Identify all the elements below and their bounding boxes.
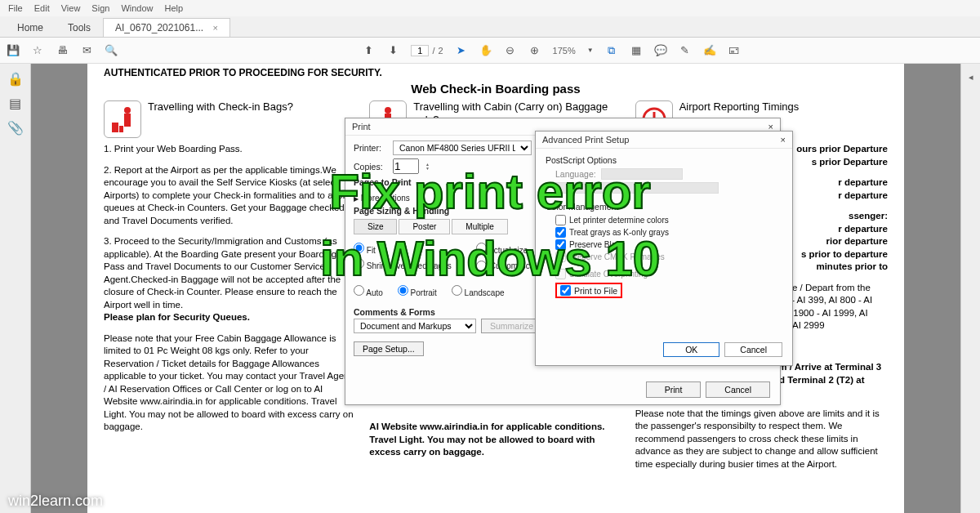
page-title: Web Check-in Boarding pass [104,82,888,96]
print-to-file-checkbox[interactable] [560,285,571,296]
col3-p4: Please note that the timings given above… [635,408,888,471]
auth-notice: AUTHENTICATED PRIOR TO PROCEEDING FOR SE… [104,67,888,78]
poster-tab-button[interactable]: Poster [399,219,450,234]
col1-p4: Please note that your Free Cabin Baggage… [104,332,356,434]
simulate-overprint-checkbox [555,269,566,279]
more-options-toggle[interactable]: More Options [361,194,410,203]
comments-forms-select[interactable]: Document and Markups [354,319,476,333]
shrink-radio[interactable] [354,258,364,269]
zoom-level[interactable]: 175% [553,46,576,56]
column-checkin-bags: Travelling with Check-in Bags? 1. Print … [104,100,356,479]
tab-document[interactable]: AI_0670_2021061... × [103,18,230,37]
orient-auto-radio[interactable] [354,285,364,296]
col2-p1: AI Website www.airindia.in for applicabl… [369,421,621,459]
tab-bar: Home Tools AI_0670_2021061... × [0,16,980,38]
multiple-tab-button[interactable]: Multiple [452,219,507,234]
print-to-file-highlight: Print to File [555,283,622,298]
col1-p2: 2. Report at the Airport as per the appl… [104,164,356,228]
hand-icon[interactable]: ✋ [479,44,492,57]
print-dialog-title: Print [352,122,371,132]
copies-spinner[interactable]: ▲▼ [425,163,430,171]
menu-file[interactable]: File [8,3,23,13]
col1-p3: 3. Proceed to the Security/Immigration a… [104,235,356,324]
page-indicator: /2 [411,45,443,56]
menu-view[interactable]: View [61,3,81,13]
menu-bar: File Edit View Sign Window Help [0,0,980,16]
comment-icon[interactable]: 💬 [654,44,667,57]
fit-width-icon[interactable]: ⧉ [605,44,618,57]
svg-rect-3 [119,126,123,132]
zoom-in-icon[interactable]: ⊕ [528,44,541,57]
svg-point-4 [385,107,391,114]
advanced-dialog-title: Advanced Print Setup [542,135,629,145]
star-icon[interactable]: ☆ [31,44,44,57]
highlight-icon[interactable]: ✎ [679,44,692,57]
main-toolbar: 💾 ☆ 🖶 ✉ 🔍 ⬆ ⬇ /2 ➤ ✋ ⊖ ⊕ 175%▼ ⧉ ▦ 💬 ✎ ✍… [0,38,980,64]
print-cancel-button[interactable]: Cancel [706,381,770,398]
pointer-icon[interactable]: ➤ [455,44,468,57]
zoom-out-icon[interactable]: ⊖ [504,44,517,57]
page-up-icon[interactable]: ⬆ [362,44,375,57]
lock-icon[interactable]: 🔒 [9,72,22,85]
ps-option-disabled [555,182,719,194]
menu-help[interactable]: Help [165,3,184,13]
watermark: win2learn.com [8,493,103,510]
page-setup-button[interactable]: Page Setup... [354,341,424,356]
printer-select[interactable]: Canon MF4800 Series UFRII LT [393,141,532,155]
language-select-disabled [601,168,683,180]
mail-icon[interactable]: ✉ [80,44,93,57]
tab-document-label: AI_0670_2021061... [115,22,203,33]
orient-portrait-radio[interactable] [398,285,408,296]
stamp-icon[interactable]: 🖃 [728,44,741,57]
print-to-file-label: Print to File [574,286,617,296]
fit-radio[interactable] [354,243,364,253]
page-current-input[interactable] [411,45,429,56]
menu-edit[interactable]: Edit [34,3,50,13]
print-button[interactable]: Print [646,381,702,398]
tab-tools[interactable]: Tools [56,18,103,37]
save-icon[interactable]: 💾 [7,44,20,57]
postscript-heading: PostScript Options [546,155,782,165]
orient-landscape-radio[interactable] [452,285,462,296]
preserve-cmyk-checkbox [555,252,566,262]
thumbnails-icon[interactable]: ▤ [9,96,22,109]
custom-scale-radio[interactable] [476,261,487,271]
actual-radio[interactable] [476,243,487,253]
search-icon[interactable]: 🔍 [105,44,118,57]
summarize-button: Summarize [481,319,542,333]
color-mgmt-heading: Color Management [546,202,782,212]
copies-label: Copies: [354,162,388,172]
print-icon[interactable]: 🖶 [56,44,69,57]
preserve-black-checkbox[interactable] [555,239,566,250]
col1-title: Travelling with Check-in Bags? [148,100,293,114]
printer-label: Printer: [354,143,388,153]
svg-rect-2 [112,123,118,132]
left-nav-panel: 🔒 ▤ 📎 [0,64,31,513]
advanced-ok-button[interactable]: OK [663,342,719,357]
close-tab-icon[interactable]: × [212,23,217,33]
svg-point-0 [124,107,131,114]
tab-home[interactable]: Home [5,18,56,37]
attachments-icon[interactable]: 📎 [9,121,22,134]
treat-grays-checkbox[interactable] [555,227,566,238]
menu-sign[interactable]: Sign [91,3,109,13]
language-label: Language: [555,169,596,179]
col1-p1: 1. Print your Web Boarding Pass. [104,143,356,156]
col3-title: Airport Reporting Timings [679,100,800,114]
fit-page-icon[interactable]: ▦ [630,44,643,57]
size-tab-button[interactable]: Size [354,219,397,234]
advanced-cancel-button[interactable]: Cancel [724,342,782,357]
right-tools-panel[interactable]: ◂ [960,64,980,513]
svg-rect-1 [124,114,131,127]
advanced-print-dialog: Advanced Print Setup × PostScript Option… [535,131,793,366]
advanced-dialog-close-icon[interactable]: × [781,135,786,145]
page-down-icon[interactable]: ⬇ [386,44,399,57]
copies-input[interactable] [393,158,419,174]
sign-icon[interactable]: ✍ [703,44,716,57]
menu-window[interactable]: Window [121,3,153,13]
passenger-bags-icon [104,100,141,138]
let-printer-colors-checkbox[interactable] [555,215,566,225]
